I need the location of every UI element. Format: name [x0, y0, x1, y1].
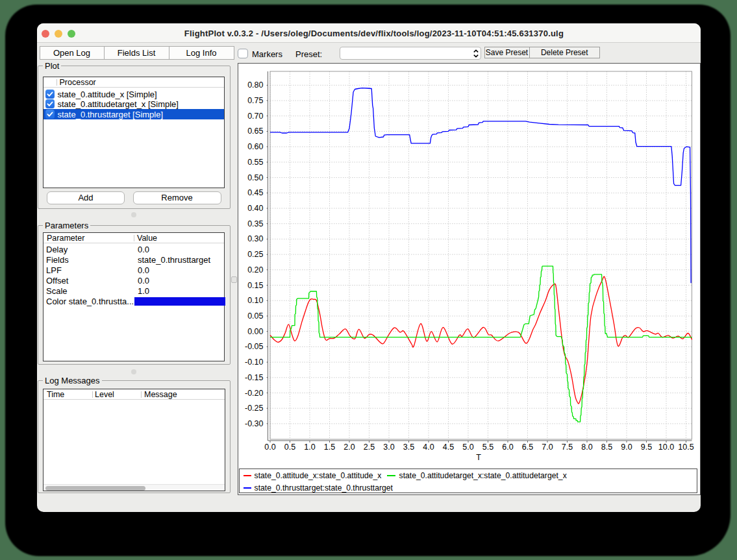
svg-text:8.0: 8.0 — [581, 443, 592, 452]
svg-text:-0.30: -0.30 — [245, 419, 264, 428]
svg-text:0.50: 0.50 — [247, 173, 263, 182]
svg-text:0.70: 0.70 — [247, 112, 263, 121]
svg-text:-0.05: -0.05 — [245, 342, 264, 351]
svg-text:10.5: 10.5 — [678, 443, 693, 452]
svg-text:5.0: 5.0 — [462, 443, 473, 452]
svg-text:2.0: 2.0 — [344, 443, 355, 452]
svg-text:-0.20: -0.20 — [245, 389, 264, 398]
svg-text:7.0: 7.0 — [542, 443, 553, 452]
svg-text:0.65: 0.65 — [247, 127, 263, 136]
svg-text:0.0: 0.0 — [264, 443, 275, 452]
svg-text:9.5: 9.5 — [641, 443, 652, 452]
svg-text:-0.25: -0.25 — [245, 404, 264, 413]
svg-text:4.5: 4.5 — [443, 443, 454, 452]
svg-text:0.15: 0.15 — [247, 281, 263, 290]
svg-text:0.05: 0.05 — [247, 311, 263, 321]
svg-text:0.45: 0.45 — [247, 188, 263, 197]
svg-text:0.35: 0.35 — [247, 219, 263, 228]
svg-text:1.0: 1.0 — [304, 443, 315, 452]
svg-text:0.5: 0.5 — [284, 443, 295, 452]
svg-text:0.00: 0.00 — [247, 327, 263, 336]
svg-text:-0.10: -0.10 — [245, 358, 264, 367]
svg-text:3.0: 3.0 — [383, 443, 394, 452]
svg-text:5.5: 5.5 — [482, 443, 493, 452]
svg-text:4.0: 4.0 — [423, 443, 434, 452]
svg-text:3.5: 3.5 — [403, 443, 414, 452]
svg-text:10.0: 10.0 — [658, 443, 674, 452]
svg-text:2.5: 2.5 — [364, 443, 375, 452]
svg-text:0.60: 0.60 — [247, 142, 263, 151]
svg-text:0.55: 0.55 — [247, 158, 263, 167]
svg-text:6.0: 6.0 — [502, 443, 513, 452]
svg-text:-0.15: -0.15 — [245, 373, 264, 382]
svg-text:0.10: 0.10 — [247, 296, 263, 305]
svg-text:1.5: 1.5 — [324, 443, 335, 452]
svg-text:0.80: 0.80 — [247, 80, 263, 90]
svg-text:T: T — [476, 453, 481, 462]
svg-text:0.30: 0.30 — [247, 234, 263, 243]
svg-text:0.75: 0.75 — [247, 96, 263, 105]
svg-text:0.20: 0.20 — [247, 265, 263, 274]
svg-text:7.5: 7.5 — [562, 443, 573, 452]
svg-text:8.5: 8.5 — [601, 443, 612, 452]
svg-text:0.40: 0.40 — [247, 204, 263, 213]
svg-text:0.25: 0.25 — [247, 250, 263, 259]
svg-text:6.5: 6.5 — [522, 443, 533, 452]
svg-text:9.0: 9.0 — [621, 443, 632, 452]
